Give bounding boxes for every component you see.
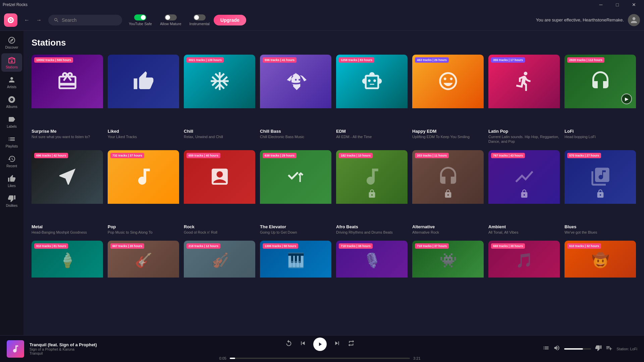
search-icon bbox=[54, 17, 59, 23]
station-badge: 767 tracks | 43 hours bbox=[491, 153, 525, 158]
station-card-row3-1[interactable]: 910 tracks | 81 hours 🍦 bbox=[32, 241, 103, 312]
station-icon-row3-5: 🎙️ bbox=[363, 252, 381, 268]
station-card-elevator[interactable]: 638 tracks | 29 hours The Elevator Going… bbox=[260, 150, 331, 236]
station-icon-row3-6: 👾 bbox=[439, 252, 457, 268]
station-badge: 218 tracks | 12 hours bbox=[186, 243, 220, 249]
instrumental-switch[interactable] bbox=[194, 14, 206, 20]
station-icon-alt bbox=[437, 166, 459, 191]
station-badge: 732 tracks | 37 hours bbox=[110, 153, 144, 158]
sidebar-item-discover[interactable]: Discover bbox=[1, 34, 22, 52]
station-card-lofi[interactable]: 2828 tracks | 112 hours ▶ LoFi Head bo bbox=[565, 55, 636, 145]
track-thumbnail bbox=[7, 340, 24, 358]
station-card-row3-6[interactable]: 718 tracks | 37 hours 👾 bbox=[412, 241, 484, 312]
sidebar-item-labels[interactable]: Labels bbox=[1, 113, 22, 131]
sidebar-item-artists[interactable]: Artists bbox=[1, 73, 22, 92]
station-card-edm[interactable]: 1258 tracks | 83 hours EDM All EDM - All… bbox=[336, 55, 408, 145]
replay-button[interactable] bbox=[285, 340, 292, 349]
station-icon-row3-7: 🎵 bbox=[516, 252, 533, 268]
sidebar-item-stations[interactable]: Stations bbox=[1, 53, 22, 72]
station-card-row3-5[interactable]: 718 tracks | 38 hours 🎙️ bbox=[336, 241, 408, 312]
station-info-surprise-me: Surprise Me Not sure what you want to li… bbox=[32, 126, 103, 140]
minimize-button[interactable]: ─ bbox=[593, 0, 608, 9]
prev-button[interactable] bbox=[299, 340, 307, 349]
station-card-liked[interactable]: Liked Your Liked Tracks bbox=[108, 55, 179, 145]
user-text: You are super effective, HearthstoneRema… bbox=[536, 17, 624, 22]
back-button[interactable]: ← bbox=[21, 15, 32, 25]
youtube-safe-switch[interactable] bbox=[134, 14, 146, 20]
thumbs-down-button[interactable] bbox=[595, 345, 602, 353]
station-card-metal[interactable]: 696 tracks | 42 hours Metal Head-Banging… bbox=[32, 150, 103, 236]
maximize-button[interactable]: □ bbox=[610, 0, 625, 9]
speaker-button[interactable] bbox=[553, 345, 560, 353]
sidebar-item-albums[interactable]: Albums bbox=[1, 93, 22, 111]
add-to-playlist-button[interactable] bbox=[606, 345, 612, 353]
forward-button[interactable]: → bbox=[34, 15, 44, 25]
allow-mature-switch[interactable] bbox=[165, 14, 177, 20]
station-info-rock: Rock Good ol Rock n' Roll bbox=[184, 222, 255, 236]
station-card-row3-3[interactable]: 218 tracks | 12 hours 🎻 bbox=[184, 241, 255, 312]
nav-buttons: ← → bbox=[21, 15, 44, 25]
header-right: You are super effective, HearthstoneRema… bbox=[536, 14, 640, 26]
title-bar: Pretzel Rocks ─ □ ✕ bbox=[0, 0, 644, 9]
station-card-row3-2[interactable]: 667 tracks | 28 hours 🎸 bbox=[108, 241, 179, 312]
station-badge: 696 tracks | 42 hours bbox=[34, 153, 68, 158]
progress-bar[interactable] bbox=[230, 358, 410, 359]
station-icon-headphones bbox=[590, 70, 611, 96]
station-badge: 667 tracks | 28 hours bbox=[110, 243, 144, 249]
station-card-row3-8[interactable]: 610 tracks | 32 hours 🤠 bbox=[565, 241, 636, 312]
volume-bar[interactable] bbox=[564, 348, 591, 350]
station-info-chill-bass: Chill Bass Chill Electronic Bass Music bbox=[260, 126, 331, 140]
instrumental-label: Instrumental bbox=[190, 22, 210, 26]
station-card-afro-beats[interactable]: 182 tracks | 10 hours bbox=[336, 150, 408, 236]
station-info-lofi: LoFi Head bopping LoFi bbox=[565, 126, 636, 140]
play-pause-button[interactable] bbox=[313, 338, 327, 351]
station-badge: 610 tracks | 32 hours bbox=[567, 243, 601, 249]
upgrade-button[interactable]: Upgrade bbox=[214, 15, 246, 25]
queue-button[interactable] bbox=[543, 345, 549, 353]
station-card-surprise-me[interactable]: 10002 tracks | 569 hours Surprise Me Not… bbox=[32, 55, 103, 145]
station-icon-rock bbox=[209, 166, 230, 191]
allow-mature-toggle: Allow Mature bbox=[160, 14, 181, 26]
play-overlay[interactable]: ▶ bbox=[621, 94, 632, 104]
current-time: 0:05 bbox=[219, 356, 226, 360]
station-card-row3-7[interactable]: 669 tracks | 38 hours 🎵 bbox=[488, 241, 560, 312]
avatar[interactable] bbox=[628, 14, 640, 26]
track-title: Tranquil (feat. Sign of a Prophet) bbox=[30, 342, 97, 347]
close-button[interactable]: ✕ bbox=[626, 0, 641, 9]
station-card-row3-4[interactable]: 1306 tracks | 58 hours 🎹 bbox=[260, 241, 331, 312]
recent-icon bbox=[8, 155, 16, 163]
station-icon-row3-4: 🎹 bbox=[287, 252, 305, 268]
sidebar-item-recent[interactable]: Recent bbox=[1, 152, 22, 171]
station-card-happy-edm[interactable]: 463 tracks | 26 hours Happy EDM Upliftin… bbox=[412, 55, 484, 145]
station-card-latin-pop[interactable]: 355 tracks | 17 hours Latin Pop Current … bbox=[488, 55, 560, 145]
sidebar-item-dislikes[interactable]: Dislikes bbox=[1, 192, 22, 210]
labels-label: Labels bbox=[7, 125, 16, 128]
likes-icon bbox=[8, 175, 16, 183]
station-card-chill[interactable]: 3021 tracks | 139 hours Chill Relax, Unw… bbox=[184, 55, 255, 145]
station-card-alternative[interactable]: 203 tracks | 11 hours bbox=[412, 150, 484, 236]
main-layout: Discover Stations Artists Albums Labels bbox=[0, 31, 644, 335]
station-card-pop[interactable]: 732 tracks | 37 hours Pop Pop Music to S… bbox=[108, 150, 179, 236]
app-logo bbox=[4, 13, 17, 27]
search-input[interactable] bbox=[62, 17, 115, 23]
total-time: 3:21 bbox=[413, 356, 420, 360]
station-icon-happy bbox=[437, 70, 459, 96]
station-card-chill-bass[interactable]: 596 tracks | 41 hours Chill Bass Chill E… bbox=[260, 55, 331, 145]
youtube-safe-toggle: YouTube Safe bbox=[129, 14, 152, 26]
station-icon-row3-8: 🤠 bbox=[592, 252, 609, 268]
stations-icon bbox=[8, 56, 16, 64]
next-button[interactable] bbox=[333, 340, 341, 349]
player-right: Station: LoFi bbox=[543, 345, 637, 353]
station-card-blues[interactable]: 570 tracks | 27 hours bbox=[565, 150, 636, 236]
search-bar[interactable] bbox=[48, 15, 122, 25]
sidebar-item-likes[interactable]: Likes bbox=[1, 172, 22, 190]
station-card-rock[interactable]: 659 tracks | 40 hours Rock Good ol Rock … bbox=[184, 150, 255, 236]
station-badge: 570 tracks | 27 hours bbox=[567, 153, 601, 158]
repeat-button[interactable] bbox=[347, 340, 355, 349]
station-info-pop: Pop Pop Music to Sing Along To bbox=[108, 222, 179, 236]
station-icon-edm bbox=[361, 70, 383, 96]
station-badge: 10002 tracks | 569 hours bbox=[34, 57, 73, 63]
station-badge: 2828 tracks | 112 hours bbox=[567, 57, 604, 63]
sidebar-item-playlists[interactable]: Playlists bbox=[1, 132, 22, 151]
station-card-ambient[interactable]: 767 tracks | 43 hours bbox=[488, 150, 560, 236]
